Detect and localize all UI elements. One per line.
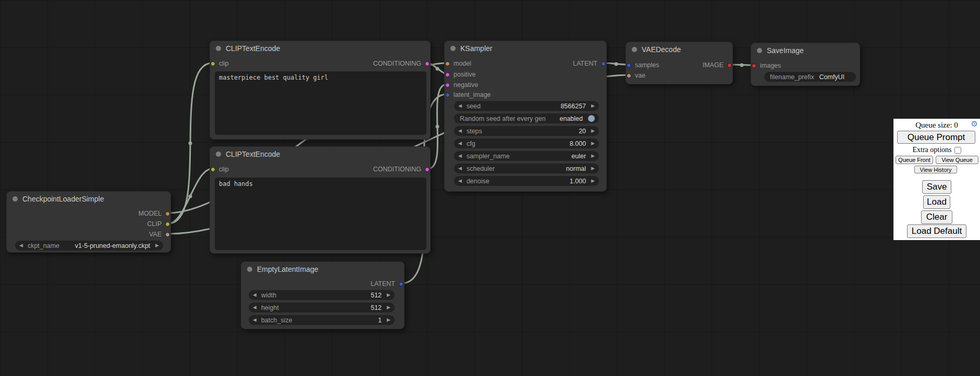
batch-size-number-widget[interactable]: ◀ batch_size 1 ▶ <box>249 315 395 325</box>
collapse-dot-icon[interactable] <box>216 46 221 51</box>
model-port-dot-icon[interactable] <box>445 61 450 66</box>
toggle-on-dot-icon[interactable] <box>588 115 595 122</box>
node-title-bar[interactable]: CLIPTextEncode <box>210 147 430 161</box>
latent-port-dot-icon[interactable] <box>601 61 606 66</box>
extra-options-checkbox[interactable] <box>954 147 961 154</box>
node-clip-text-encode-positive[interactable]: CLIPTextEncode clip CONDITIONING masterp… <box>210 41 431 140</box>
collapse-dot-icon[interactable] <box>450 46 456 51</box>
conditioning-port-dot-icon[interactable] <box>425 167 430 172</box>
increment-arrow-icon[interactable]: ▶ <box>591 104 595 108</box>
output-port-model: MODEL <box>139 209 170 218</box>
widget-label: cfg <box>467 140 475 147</box>
node-title-bar[interactable]: CheckpointLoaderSimple <box>7 192 170 206</box>
decrement-arrow-icon[interactable]: ◀ <box>458 154 462 158</box>
queue-prompt-button[interactable]: Queue Prompt <box>897 131 975 144</box>
conditioning-port-dot-icon[interactable] <box>445 72 450 77</box>
collapse-dot-icon[interactable] <box>216 152 221 157</box>
clip-port-dot-icon[interactable] <box>165 222 170 227</box>
model-port-dot-icon[interactable] <box>165 211 170 216</box>
vae-port-dot-icon[interactable] <box>627 73 631 78</box>
latent-port-dot-icon[interactable] <box>445 93 450 97</box>
seed-number-widget[interactable]: ◀ seed 8566257 ▶ <box>454 101 599 111</box>
node-clip-text-encode-negative[interactable]: CLIPTextEncode clip CONDITIONING bad han… <box>210 146 431 254</box>
link-midpoint-dot[interactable] <box>615 62 618 66</box>
increment-arrow-icon[interactable]: ▶ <box>387 318 390 322</box>
decrement-arrow-icon[interactable]: ◀ <box>458 141 462 146</box>
collapse-dot-icon[interactable] <box>247 267 252 272</box>
collapse-dot-icon[interactable] <box>13 196 18 202</box>
link-midpoint-dot[interactable] <box>740 64 744 67</box>
denoise-number-widget[interactable]: ◀ denoise 1.000 ▶ <box>454 176 599 186</box>
settings-gear-icon[interactable]: ⚙ <box>971 120 978 128</box>
clip-port-dot-icon[interactable] <box>211 61 215 66</box>
widget-value: normal <box>566 165 586 172</box>
collapse-dot-icon[interactable] <box>632 47 637 52</box>
node-vae-decode[interactable]: VAEDecode samples vae IMAGE <box>626 42 733 84</box>
port-label: LATENT <box>573 60 597 67</box>
increment-arrow-icon[interactable]: ▶ <box>591 179 595 183</box>
conditioning-port-dot-icon[interactable] <box>425 61 430 66</box>
image-port-dot-icon[interactable] <box>752 64 756 68</box>
cfg-number-widget[interactable]: ◀ cfg 8.000 ▶ <box>454 139 599 148</box>
increment-arrow-icon[interactable]: ▶ <box>155 243 159 248</box>
clip-port-dot-icon[interactable] <box>211 167 215 172</box>
decrement-arrow-icon[interactable]: ◀ <box>253 293 256 297</box>
increment-arrow-icon[interactable]: ▶ <box>387 305 390 310</box>
image-port-dot-icon[interactable] <box>727 63 732 68</box>
queue-front-button[interactable]: Queue Front <box>896 156 933 164</box>
port-label: clip <box>219 60 229 67</box>
scheduler-combo-widget[interactable]: ◀ scheduler normal ▶ <box>454 164 599 173</box>
node-save-image[interactable]: SaveImage images filename_prefix ComfyUI <box>751 43 860 86</box>
node-checkpoint-loader-simple[interactable]: CheckpointLoaderSimple MODEL CLIP VAE ◀ … <box>6 191 171 253</box>
load-button[interactable]: Load <box>923 195 950 209</box>
increment-arrow-icon[interactable]: ▶ <box>591 154 595 158</box>
increment-arrow-icon[interactable]: ▶ <box>591 166 595 171</box>
port-label: clip <box>219 166 229 173</box>
node-title-bar[interactable]: VAEDecode <box>626 42 732 57</box>
height-number-widget[interactable]: ◀ height 512 ▶ <box>249 303 395 312</box>
decrement-arrow-icon[interactable]: ◀ <box>253 318 256 322</box>
steps-number-widget[interactable]: ◀ steps 20 ▶ <box>454 126 599 136</box>
width-number-widget[interactable]: ◀ width 512 ▶ <box>249 290 395 300</box>
node-title: SaveImage <box>767 46 804 55</box>
link-midpoint-dot[interactable] <box>436 125 439 129</box>
view-queue-button[interactable]: View Queue <box>936 156 978 164</box>
node-title-bar[interactable]: EmptyLatentImage <box>241 262 404 277</box>
node-ksampler[interactable]: KSampler model positive negative latent_… <box>444 41 607 192</box>
node-title: CheckpointLoaderSimple <box>22 195 104 203</box>
node-title-bar[interactable]: CLIPTextEncode <box>210 41 430 56</box>
positive-prompt-textarea[interactable]: masterpiece best quality girl <box>215 71 426 135</box>
vae-port-dot-icon[interactable] <box>165 232 170 237</box>
node-title-bar[interactable]: KSampler <box>445 41 606 56</box>
latent-port-dot-icon[interactable] <box>399 282 403 286</box>
latent-port-dot-icon[interactable] <box>627 63 631 68</box>
link-midpoint-dot[interactable] <box>436 67 439 71</box>
increment-arrow-icon[interactable]: ▶ <box>591 129 595 133</box>
collapse-dot-icon[interactable] <box>757 48 762 53</box>
view-history-button[interactable]: View History <box>914 166 957 173</box>
increment-arrow-icon[interactable]: ▶ <box>387 293 390 297</box>
clear-button[interactable]: Clear <box>921 210 952 224</box>
decrement-arrow-icon[interactable]: ◀ <box>253 305 256 310</box>
ckpt-name-combo-widget[interactable]: ◀ ckpt_name v1-5-pruned-emaonly.ckpt ▶ <box>15 241 163 250</box>
decrement-arrow-icon[interactable]: ◀ <box>458 104 462 108</box>
decrement-arrow-icon[interactable]: ◀ <box>19 243 23 248</box>
node-title-bar[interactable]: SaveImage <box>751 43 860 58</box>
increment-arrow-icon[interactable]: ▶ <box>591 141 595 146</box>
node-empty-latent-image[interactable]: EmptyLatentImage LATENT ◀ width 512 ▶ ◀ … <box>241 261 405 329</box>
filename-prefix-text-widget[interactable]: filename_prefix ComfyUI <box>764 72 856 82</box>
link-midpoint-dot[interactable] <box>189 142 192 145</box>
sampler-name-combo-widget[interactable]: ◀ sampler_name euler ▶ <box>454 151 599 161</box>
negative-prompt-textarea[interactable]: bad hands <box>215 178 426 250</box>
conditioning-port-dot-icon[interactable] <box>445 83 450 87</box>
link-midpoint-dot[interactable] <box>189 195 192 198</box>
decrement-arrow-icon[interactable]: ◀ <box>458 166 462 171</box>
port-label: model <box>454 60 471 67</box>
widget-label: ckpt_name <box>28 242 59 249</box>
decrement-arrow-icon[interactable]: ◀ <box>458 129 462 133</box>
load-default-button[interactable]: Load Default <box>907 224 966 238</box>
input-port-clip: clip <box>211 165 229 174</box>
save-button[interactable]: Save <box>922 180 951 194</box>
decrement-arrow-icon[interactable]: ◀ <box>458 179 462 183</box>
random-seed-toggle-widget[interactable]: Random seed after every gen enabled <box>454 114 599 123</box>
